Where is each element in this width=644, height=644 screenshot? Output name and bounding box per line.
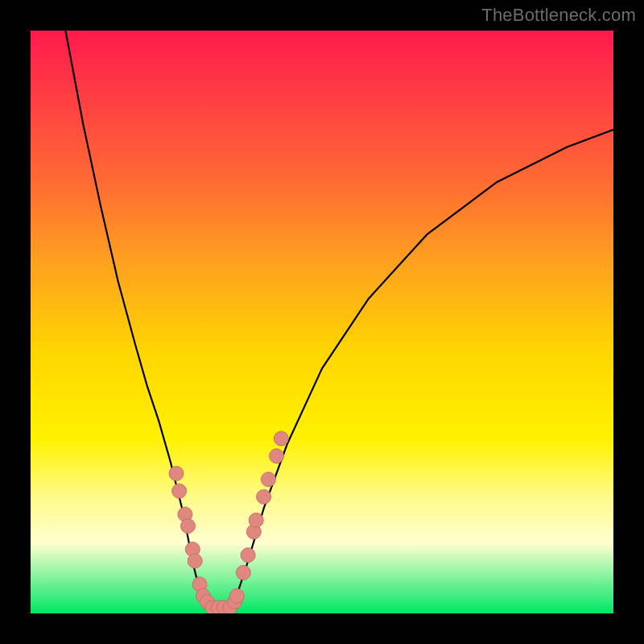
data-marker [236,565,250,580]
chart-frame: TheBottleneck.com [0,0,644,644]
data-marker [257,489,271,504]
data-marker [241,548,255,563]
data-marker [188,554,202,568]
data-marker [274,431,288,446]
chart-svg [31,31,613,613]
data-marker [270,449,284,464]
watermark-text: TheBottleneck.com [481,5,636,26]
data-marker [249,513,263,527]
plot-area [31,31,613,613]
bottleneck-curve [65,31,613,608]
curve-group [65,31,613,608]
data-marker [229,588,244,603]
data-marker [169,466,184,481]
markers-group [169,431,288,613]
data-marker [172,484,187,498]
data-marker [181,518,196,533]
data-marker [261,473,275,487]
